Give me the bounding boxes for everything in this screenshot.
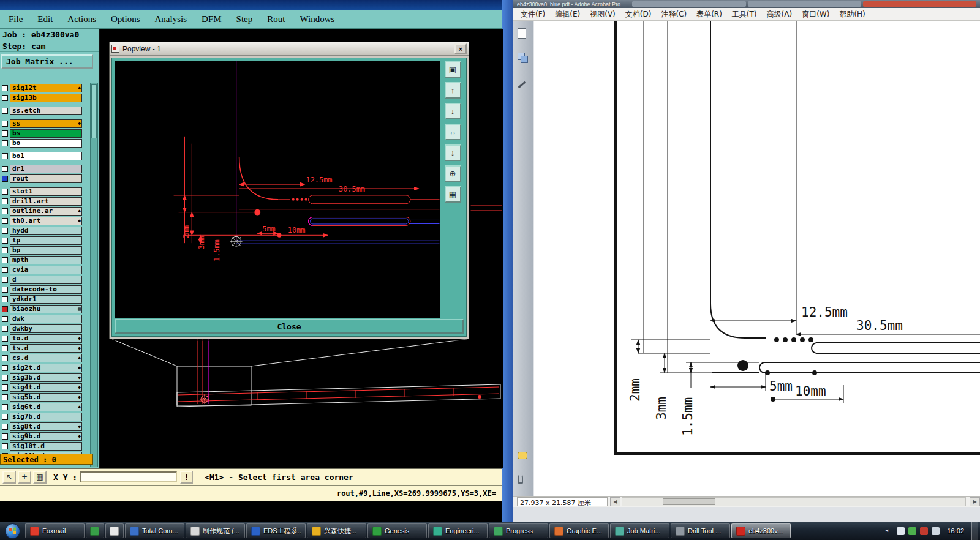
layer-row-dwkby[interactable]: dwkby (0, 324, 89, 333)
taskbar-quicklaunch-button[interactable] (86, 523, 104, 538)
layer-row-sig10t.d[interactable]: sig10t.d (0, 441, 89, 451)
taskbar-button-eb4z300v[interactable]: eb4z300v... (731, 523, 791, 538)
menu-rout[interactable]: Rout (267, 14, 285, 24)
layer-row-sig4t.d[interactable]: sig4t.d◆ (0, 383, 89, 392)
taskbar-button-foxmail[interactable]: Foxmail (25, 523, 85, 538)
grid-icon[interactable]: ▦ (33, 471, 47, 484)
layer-row-cs.d[interactable]: cs.d◆ (0, 353, 89, 362)
pdf-menu-item[interactable]: 视图(V) (585, 8, 620, 21)
pan-down-icon[interactable]: ↓ (445, 103, 461, 119)
scroll-right-icon[interactable]: ▶ (970, 497, 980, 506)
layer-row-datecode-to[interactable]: datecode-to (0, 285, 89, 294)
pdf-menu-item[interactable]: 工具(T) (727, 8, 762, 21)
language-flag-icon[interactable] (920, 527, 928, 535)
close-icon[interactable] (863, 1, 976, 7)
layer-row-bo1[interactable]: bo1 (0, 151, 89, 160)
layer-row-bo[interactable]: bo (0, 138, 89, 148)
layer-checkbox[interactable] (2, 414, 8, 420)
antivirus-icon[interactable] (908, 527, 916, 535)
layer-list-scrollbar[interactable] (90, 83, 98, 467)
layer-row-sig12t[interactable]: sig12t◆ (0, 83, 89, 92)
alert-button[interactable]: ! (180, 471, 193, 484)
menu-edit[interactable]: Edit (37, 14, 53, 24)
layer-row-sig8t.d[interactable]: sig8t.d◆ (0, 422, 89, 431)
pdf-menu-item[interactable]: 高级(A) (762, 8, 797, 21)
pdf-menu-item[interactable]: 表单(R) (692, 8, 727, 21)
layer-checkbox[interactable] (2, 384, 8, 391)
pdf-menu-item[interactable]: 帮助(H) (834, 8, 870, 21)
layer-row-biaozhu[interactable]: biaozhu▦ (0, 304, 89, 313)
crosshair-icon[interactable]: + (18, 471, 31, 484)
layer-row-slot1[interactable]: slot1 (0, 187, 89, 196)
layer-checkbox[interactable] (2, 433, 8, 440)
layer-checkbox[interactable] (2, 153, 8, 159)
layer-checkbox[interactable] (2, 287, 8, 293)
job-matrix-button[interactable]: Job Matrix ... (1, 54, 93, 69)
popview-close-button[interactable]: Close (115, 319, 464, 334)
layer-checkbox[interactable] (2, 189, 8, 195)
horizontal-scrollbar[interactable] (622, 497, 966, 506)
pdf-menu-item[interactable]: 编辑(E) (550, 8, 585, 21)
layer-row-ydkdr1[interactable]: ydkdr1 (0, 294, 89, 304)
pdf-page[interactable]: 12.5mm 30.5mm 2mm 3mm 1.5mm 5mm 10mm (534, 21, 980, 496)
popview-canvas[interactable]: 12.5mm 30.5mm 2mm 3mm 1.5mm 5mm 10mm (115, 61, 440, 318)
layer-row-d[interactable]: d (0, 275, 89, 284)
maximize-icon[interactable] (748, 1, 861, 7)
layer-checkbox[interactable] (2, 108, 8, 114)
taskbar-button-genesis[interactable]: Genesis (368, 523, 427, 538)
layer-row-to.d[interactable]: to.d◆ (0, 334, 89, 343)
layer-checkbox[interactable] (2, 394, 8, 400)
layer-row-ss.etch[interactable]: ss.etch (0, 106, 89, 115)
taskbar-button-engineeri[interactable]: Engineeri... (428, 523, 488, 538)
layer-row-sig2t.d[interactable]: sig2t.d◆ (0, 363, 89, 372)
layer-checkbox[interactable] (2, 85, 8, 91)
bookmarks-panel-icon[interactable] (518, 53, 529, 64)
layer-row-drill.art[interactable]: drill.art (0, 197, 89, 206)
layer-row-dr1[interactable]: dr1 (0, 164, 89, 173)
taskbar-button-drilltool[interactable]: Drill Tool ... (671, 523, 730, 538)
layer-row-bp[interactable]: bp (0, 246, 89, 255)
comments-panel-icon[interactable] (518, 452, 527, 459)
pdf-menu-item[interactable]: 注释(C) (656, 8, 692, 21)
zoom-target-icon[interactable]: ⊕ (445, 165, 461, 182)
taskbar-button-jobmatri[interactable]: Job Matri... (610, 523, 669, 538)
layer-row-th0.art[interactable]: th0.art◆ (0, 216, 89, 225)
layer-checkbox[interactable] (2, 176, 8, 182)
pdf-titlebar[interactable]: eb4z300va0_blue.pdf - Adobe Acrobat Pro (513, 0, 980, 8)
layer-row-sig7b.d[interactable]: sig7b.d (0, 412, 89, 421)
layer-checkbox[interactable] (2, 375, 8, 381)
menu-file[interactable]: File (9, 14, 23, 24)
layer-row-bs[interactable]: bs (0, 129, 89, 138)
layer-checkbox[interactable] (2, 336, 8, 342)
pan-horizontal-icon[interactable]: ↔ (445, 124, 461, 140)
layer-checkbox[interactable] (2, 316, 8, 322)
grid-view-icon[interactable]: ▦ (445, 186, 461, 203)
clock[interactable]: 16:02 (943, 527, 968, 534)
taskbar-button-[interactable]: 兴森快捷... (307, 523, 366, 538)
layer-checkbox[interactable] (2, 267, 8, 273)
select-arrow-icon[interactable]: ↖ (2, 471, 16, 484)
layer-checkbox[interactable] (2, 208, 8, 214)
attachments-panel-icon[interactable] (518, 474, 523, 484)
layer-checkbox[interactable] (2, 345, 8, 351)
layer-row-rout[interactable]: rout (0, 174, 89, 183)
layer-checkbox[interactable] (2, 443, 8, 449)
menu-dfm[interactable]: DFM (202, 14, 222, 24)
pdf-menu-item[interactable]: 文件(F) (516, 8, 550, 21)
layer-row-sig13b[interactable]: sig13b (0, 93, 89, 102)
start-button[interactable] (0, 522, 24, 540)
taskbar-button-eds[interactable]: EDS工程系... (246, 523, 306, 538)
pdf-menu-item[interactable]: 窗口(W) (797, 8, 834, 21)
layer-checkbox[interactable] (2, 140, 8, 146)
scrollbar-thumb[interactable] (91, 84, 97, 138)
layer-checkbox[interactable] (2, 166, 8, 172)
layer-checkbox[interactable] (2, 218, 8, 224)
layer-checkbox[interactable] (2, 130, 8, 137)
layer-checkbox[interactable] (2, 238, 8, 244)
pan-up-icon[interactable]: ↑ (445, 82, 461, 99)
close-icon[interactable]: × (454, 43, 467, 54)
layer-checkbox[interactable] (2, 228, 8, 234)
taskbar-button-totalcom[interactable]: Total Com... (125, 523, 184, 538)
hidden-icons-icon[interactable]: ◂ (885, 527, 893, 535)
taskbar-button-graphice[interactable]: Graphic E... (549, 523, 609, 538)
